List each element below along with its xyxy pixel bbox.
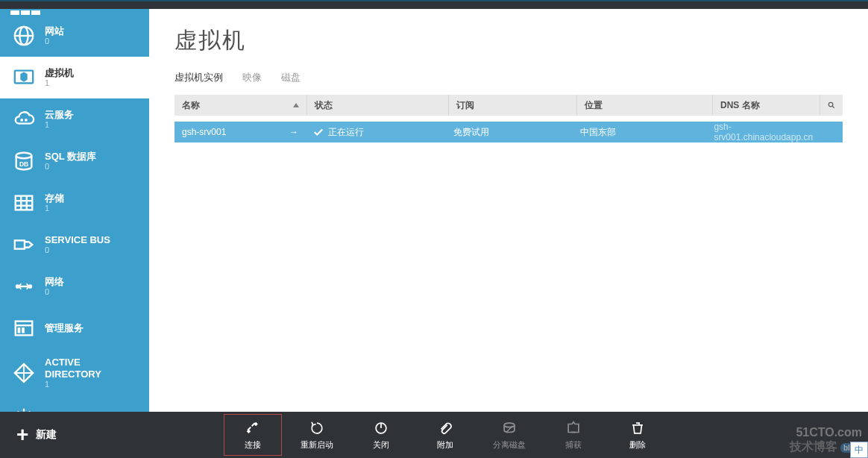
attach-button[interactable]: 附加 [416,414,474,456]
page-title: 虚拟机 [174,25,868,56]
action-label: 关闭 [373,439,389,451]
sidebar-item-mgmt[interactable]: 管理服务 [0,307,149,349]
globe-icon [10,22,37,49]
sidebar-item-db[interactable]: SQL 数据库 0 [0,140,149,182]
cell-status: 正在运行 [306,122,446,142]
col-header-name[interactable]: 名称 [174,95,307,116]
cell-dns: gsh-srv001.chinacloudapp.cn [706,122,820,142]
sidebar-item-count: 1 [45,204,64,213]
col-header-dns[interactable]: DNS 名称 [713,95,820,116]
sidebar-item-label: SERVICE BUS [45,234,110,246]
action-label: 删除 [629,439,646,451]
detach-icon [501,420,518,436]
sidebar-item-label: 网站 [45,25,64,37]
action-label: 连接 [245,439,261,451]
servicebus-icon [10,231,37,258]
check-icon [313,127,324,137]
action-label: 分离磁盘 [493,439,526,451]
sidebar-item-ad[interactable]: ACTIVE DIRECTORY 1 [0,349,149,397]
restart-icon [309,420,325,436]
col-header-location[interactable]: 位置 [577,95,713,116]
svg-line-1 [832,106,834,108]
connect-button[interactable]: 连接 [224,414,282,456]
sidebar-item-count: 1 [45,380,139,389]
subtab[interactable]: 映像 [242,71,262,84]
sidebar-item-label: 存储 [45,192,64,204]
new-button[interactable]: + 新建 [0,412,73,458]
sidebar-item-count: 0 [45,162,96,172]
sidebar-item-label: 虚拟机 [45,67,74,79]
storage-icon [10,189,37,216]
sidebar-item-label: 网络 [45,276,64,288]
detach-button: 分离磁盘 [480,414,538,456]
delete-button[interactable]: 删除 [608,414,667,456]
sidebar-item-count: 1 [45,78,74,88]
sidebar-item-count: 1 [45,120,74,130]
svg-point-0 [828,102,833,107]
trash-icon [629,420,646,436]
cloud-gear-icon [10,106,37,133]
col-header-status[interactable]: 状态 [307,95,449,116]
sidebar-item-count: 0 [45,245,110,255]
search-icon [828,101,835,110]
main-content: 虚拟机 虚拟机实例映像磁盘 名称 状态 订阅 位置 DNS 名称 gsh-srv… [149,9,868,412]
subtab[interactable]: 虚拟机实例 [174,71,223,84]
mgmt-icon [10,315,37,342]
subtab[interactable]: 磁盘 [281,71,301,84]
cell-subscription: 免费试用 [446,122,573,142]
table-row[interactable]: gsh-srv001 → 正在运行 免费试用 中国东部 gsh-srv001.c… [174,122,843,142]
action-label: 捕获 [565,439,582,451]
network-icon [10,273,37,300]
cell-location: 中国东部 [573,122,707,142]
sidebar-item-label: ACTIVE DIRECTORY [45,357,139,380]
sidebar-item-count: 0 [45,37,64,46]
table-search-button[interactable] [820,95,843,116]
ime-indicator[interactable]: 中 [850,442,868,458]
sidebar: 网站 0 虚拟机 1 云服务 1 SQL 数据库 0 存储 1 [0,9,149,412]
attach-icon [437,420,453,436]
all-items-tiles-icon[interactable] [0,9,149,15]
vm-icon [10,64,37,91]
sidebar-item-vm[interactable]: 虚拟机 1 [0,57,149,98]
sidebar-item-label: 云服务 [45,109,74,121]
power-icon [373,420,389,436]
action-label: 附加 [437,439,453,451]
sidebar-item-label: SQL 数据库 [45,151,96,163]
shutdown-button[interactable]: 关闭 [352,414,410,456]
subtab-bar: 虚拟机实例映像磁盘 [174,71,868,84]
db-icon [10,148,37,175]
restart-button[interactable]: 重新启动 [288,414,346,456]
ad-icon [10,360,37,386]
capture-button: 捕获 [544,414,603,456]
window-topbar [0,0,868,9]
sidebar-item-globe[interactable]: 网站 0 [0,15,149,57]
sidebar-item-storage[interactable]: 存储 1 [0,182,149,224]
cell-name: gsh-srv001 → [174,122,306,142]
col-header-subscription[interactable]: 订阅 [449,95,577,116]
sidebar-item-label: 管理服务 [45,322,84,334]
plus-icon: + [16,423,28,447]
vm-table: 名称 状态 订阅 位置 DNS 名称 gsh-srv001 → 正在运行 免费试… [174,95,843,142]
connect-icon [245,420,261,436]
table-header: 名称 状态 订阅 位置 DNS 名称 [174,95,843,116]
command-bar: + 新建 连接 重新启动 关闭 附加 分离磁盘 捕获 删除 51CTO [0,412,868,458]
row-arrow-icon[interactable]: → [289,127,298,137]
new-button-label: 新建 [36,428,57,442]
capture-icon [565,420,582,436]
sidebar-item-count: 0 [45,287,64,297]
sidebar-item-servicebus[interactable]: SERVICE BUS 0 [0,224,149,266]
sidebar-item-cloud-gear[interactable]: 云服务 1 [0,98,149,140]
action-label: 重新启动 [301,439,333,451]
sidebar-item-network[interactable]: 网络 0 [0,266,149,307]
